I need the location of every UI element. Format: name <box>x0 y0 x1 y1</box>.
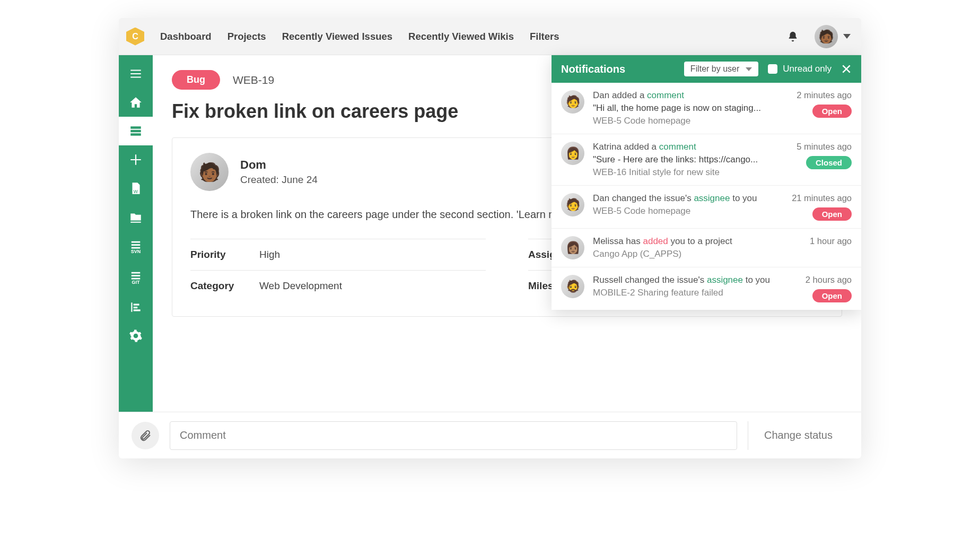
sidebar-gantt-icon[interactable] <box>119 293 153 322</box>
notification-summary: Russell changed the issue's assignee to … <box>593 275 797 285</box>
filter-by-user-select[interactable]: Filter by user <box>684 62 758 76</box>
sidebar-add-icon[interactable] <box>119 145 153 174</box>
unread-only-label: Unread only <box>783 64 832 74</box>
notification-preview: "Sure - Here are the links: https://cang… <box>593 154 788 165</box>
comment-input[interactable] <box>170 421 737 450</box>
notification-avatar: 🧑 <box>561 193 584 216</box>
sidebar-svn-icon[interactable]: SVN <box>119 231 153 262</box>
notification-meta: 1 hour ago <box>810 236 852 259</box>
notification-reference: WEB-5 Code homepage <box>593 206 783 216</box>
svg-text:W: W <box>134 189 138 194</box>
nav-recent-wikis[interactable]: Recently Viewed Wikis <box>408 31 514 42</box>
notifications-header: Notifications Filter by user Unread only <box>552 55 861 83</box>
chevron-down-icon <box>843 34 851 39</box>
sidebar-settings-icon[interactable] <box>119 322 153 350</box>
status-badge: Open <box>812 105 852 118</box>
notification-summary: Melissa has added you to a project <box>593 236 801 247</box>
notifications-panel: Notifications Filter by user Unread only… <box>552 55 861 310</box>
sidebar-git-icon[interactable]: GIT <box>119 262 153 293</box>
notification-time: 2 minutes ago <box>797 90 852 100</box>
notification-reference: Cango App (C_APPS) <box>593 249 801 259</box>
notifications-bell-icon[interactable] <box>787 31 799 42</box>
sidebar-git-label: GIT <box>132 280 140 285</box>
sidebar-menu-icon[interactable] <box>119 59 153 88</box>
notification-time: 5 minutes ago <box>797 142 852 152</box>
sidebar-svn-label: SVN <box>131 249 141 254</box>
status-badge: Closed <box>806 156 852 169</box>
notification-summary: Dan added a comment <box>593 90 788 101</box>
bottom-bar: Change status <box>119 412 861 458</box>
change-status-button[interactable]: Change status <box>748 421 848 450</box>
notification-time: 21 minutes ago <box>792 193 852 203</box>
notification-avatar: 🧔 <box>561 275 584 298</box>
sidebar-files-icon[interactable] <box>119 203 153 231</box>
meta-priority-value: High <box>259 249 280 261</box>
notification-meta: 2 hours agoOpen <box>806 275 852 302</box>
app-logo[interactable]: C <box>126 28 144 46</box>
top-nav: Dashboard Projects Recently Viewed Issue… <box>160 31 559 42</box>
notification-reference: WEB-16 Initial style for new site <box>593 167 788 178</box>
nav-dashboard[interactable]: Dashboard <box>160 31 212 42</box>
meta-priority-label: Priority <box>190 249 259 261</box>
unread-checkbox[interactable] <box>768 64 777 74</box>
meta-category-value: Web Development <box>259 280 342 292</box>
sidebar-issues-icon[interactable] <box>119 117 153 145</box>
notification-time: 1 hour ago <box>810 236 852 246</box>
notification-meta: 2 minutes agoOpen <box>797 90 852 126</box>
notification-meta: 5 minutes agoClosed <box>797 142 852 178</box>
nav-projects[interactable]: Projects <box>228 31 266 42</box>
attach-button[interactable] <box>132 422 159 449</box>
notification-item[interactable]: 👩Katrina added a comment"Sure - Here are… <box>552 134 861 185</box>
meta-category-label: Category <box>190 280 259 292</box>
notification-avatar: 🧑 <box>561 90 584 114</box>
notification-body: Melissa has added you to a projectCango … <box>593 236 801 259</box>
notification-reference: MOBILE-2 Sharing feature failed <box>593 288 797 298</box>
notification-meta: 21 minutes agoOpen <box>792 193 852 221</box>
filter-by-user-label: Filter by user <box>690 64 739 74</box>
notification-reference: WEB-5 Code homepage <box>593 116 788 126</box>
notification-item[interactable]: 🧑Dan added a comment"Hi all, the home pa… <box>552 83 861 134</box>
notification-body: Katrina added a comment"Sure - Here are … <box>593 142 788 178</box>
creator-date: Created: June 24 <box>240 174 318 186</box>
nav-recent-issues[interactable]: Recently Viewed Issues <box>282 31 392 42</box>
notification-body: Dan changed the issue's assignee to youW… <box>593 193 783 221</box>
notification-summary: Dan changed the issue's assignee to you <box>593 193 783 204</box>
notification-avatar: 👩 <box>561 142 584 165</box>
notification-body: Dan added a comment"Hi all, the home pag… <box>593 90 788 126</box>
status-badge: Open <box>812 207 852 221</box>
creator-avatar: 🧑🏾 <box>190 153 229 191</box>
notification-summary: Katrina added a comment <box>593 142 788 152</box>
sidebar-home-icon[interactable] <box>119 88 153 117</box>
notification-time: 2 hours ago <box>806 275 852 285</box>
unread-only-toggle[interactable]: Unread only <box>768 64 832 74</box>
notifications-list: 🧑Dan added a comment"Hi all, the home pa… <box>552 83 861 310</box>
app-shell: C Dashboard Projects Recently Viewed Iss… <box>119 18 861 458</box>
user-menu[interactable]: 🧑🏾 <box>815 25 851 48</box>
chevron-down-icon <box>746 67 752 71</box>
issue-type-badge: Bug <box>172 70 220 90</box>
app-logo-letter: C <box>132 32 138 41</box>
notification-item[interactable]: 🧔Russell changed the issue's assignee to… <box>552 267 861 310</box>
notification-item[interactable]: 👩🏽Melissa has added you to a projectCang… <box>552 228 861 267</box>
notification-preview: "Hi all, the home page is now on staging… <box>593 103 788 114</box>
sidebar: W SVN GIT <box>119 55 153 412</box>
issue-key: WEB-19 <box>233 74 274 86</box>
notification-item[interactable]: 🧑Dan changed the issue's assignee to you… <box>552 185 861 228</box>
paperclip-icon <box>139 429 152 442</box>
current-user-avatar: 🧑🏾 <box>815 25 838 48</box>
notification-avatar: 👩🏽 <box>561 236 584 259</box>
notifications-title: Notifications <box>561 63 625 75</box>
creator-name: Dom <box>240 158 318 172</box>
status-badge: Open <box>812 289 852 302</box>
notification-body: Russell changed the issue's assignee to … <box>593 275 797 302</box>
nav-filters[interactable]: Filters <box>530 31 559 42</box>
sidebar-wiki-icon[interactable]: W <box>119 174 153 203</box>
topbar: C Dashboard Projects Recently Viewed Iss… <box>119 18 861 55</box>
close-icon[interactable] <box>841 64 852 74</box>
